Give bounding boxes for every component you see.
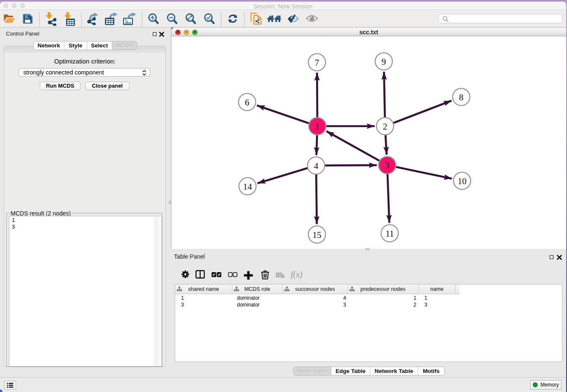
- svg-text:6: 6: [245, 97, 250, 108]
- svg-text:10: 10: [458, 176, 467, 186]
- svg-text:1: 1: [315, 121, 320, 132]
- svg-text:4: 4: [314, 161, 319, 171]
- svg-text:3: 3: [385, 160, 390, 171]
- svg-text:2: 2: [383, 121, 388, 132]
- svg-text:8: 8: [459, 92, 464, 102]
- svg-text:7: 7: [315, 58, 319, 68]
- svg-text:11: 11: [385, 229, 394, 239]
- svg-text:14: 14: [243, 182, 253, 192]
- svg-text:15: 15: [313, 230, 322, 240]
- svg-text:9: 9: [382, 57, 386, 67]
